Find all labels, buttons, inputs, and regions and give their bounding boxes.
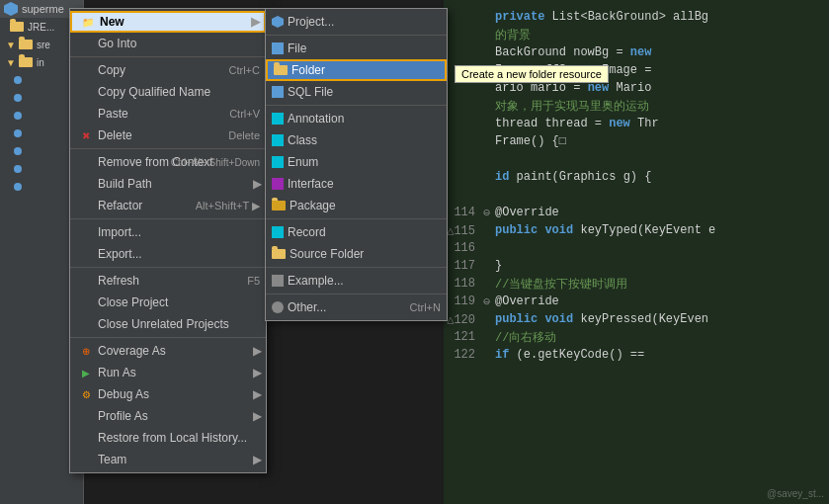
menu-item-close-unrelated[interactable]: Close Unrelated Projects — [70, 313, 266, 335]
menu-label-team: Team — [98, 453, 126, 466]
dot-icon-5 — [14, 147, 22, 155]
submenu-item-project[interactable]: Project... — [266, 11, 447, 33]
menu-item-build-path[interactable]: Build Path ▶ — [70, 173, 266, 195]
menu-item-go-into[interactable]: Go Into — [70, 33, 266, 54]
submenu-item-class[interactable]: Class — [266, 129, 447, 151]
menu-item-team[interactable]: Team ▶ — [70, 449, 266, 470]
submenu-label-interface: Interface — [288, 177, 334, 191]
submenu-item-folder[interactable]: Folder — [266, 59, 447, 81]
context-menu[interactable]: 📁 New ▶ Go Into Copy Ctrl+C Copy Qualifi… — [69, 8, 267, 473]
separator-4 — [70, 267, 266, 268]
package-sub-icon — [272, 201, 286, 210]
submenu-label-other: Other... — [288, 300, 326, 314]
menu-item-close-project[interactable]: Close Project — [70, 292, 266, 313]
separator-5 — [70, 337, 266, 338]
remove-context-shortcut: Ctrl+Alt+Shift+Down — [171, 157, 260, 168]
submenu-label-source-folder: Source Folder — [290, 247, 364, 261]
submenu-item-enum[interactable]: Enum — [266, 151, 447, 173]
folder-icon-in — [19, 57, 33, 67]
submenu-sep-4 — [266, 267, 447, 268]
submenu-label-sql: SQL File — [288, 85, 333, 99]
paste-shortcut: Ctrl+V — [229, 108, 260, 120]
menu-item-import[interactable]: Import... — [70, 221, 266, 243]
import-icon — [78, 224, 94, 240]
delete-icon: ✖ — [78, 127, 94, 143]
restore-icon — [78, 430, 94, 446]
dot-icon-2 — [14, 94, 22, 102]
copy-shortcut: Ctrl+C — [229, 64, 260, 76]
submenu-label-annotation: Annotation — [288, 112, 344, 126]
sidebar-label-jre: JRE... — [28, 22, 54, 33]
menu-item-run-as[interactable]: ▶ Run As ▶ — [70, 362, 266, 383]
menu-item-export[interactable]: Export... — [70, 243, 266, 265]
debug-as-icon: ⚙ — [78, 386, 94, 402]
submenu-item-annotation[interactable]: Annotation — [266, 108, 447, 129]
submenu-item-other[interactable]: Other... Ctrl+N — [266, 296, 447, 318]
submenu-item-source-folder[interactable]: Source Folder — [266, 243, 447, 265]
separator-1 — [70, 56, 266, 57]
menu-item-delete[interactable]: ✖ Delete Delete — [70, 125, 266, 146]
close-project-icon — [78, 294, 94, 310]
submenu-item-interface[interactable]: Interface — [266, 173, 447, 195]
submenu-label-project: Project... — [288, 15, 334, 29]
expand-arrow2: ▼ — [6, 57, 16, 68]
menu-label-refactor: Refactor — [98, 199, 142, 212]
dot-icon-4 — [14, 129, 22, 137]
menu-item-copy-qualified[interactable]: Copy Qualified Name — [70, 81, 266, 103]
sql-sub-icon — [272, 86, 284, 98]
menu-item-refactor[interactable]: Refactor Alt+Shift+T ▶ — [70, 195, 266, 216]
submenu-label-folder: Folder — [291, 63, 325, 77]
dot-icon-1 — [14, 76, 22, 84]
submenu-label-file: File — [288, 42, 306, 55]
menu-item-restore[interactable]: Restore from Local History... — [70, 427, 266, 449]
menu-item-remove-context[interactable]: Remove from Context Ctrl+Alt+Shift+Down — [70, 151, 266, 173]
separator-3 — [70, 218, 266, 219]
submenu-label-enum: Enum — [288, 155, 318, 169]
submenu-new[interactable]: Project... File Folder SQL File Annotati… — [265, 8, 448, 321]
coverage-arrow: ▶ — [253, 344, 262, 358]
menu-item-profile-as[interactable]: Profile As ▶ — [70, 405, 266, 427]
menu-item-new[interactable]: 📁 New ▶ — [70, 11, 266, 33]
file-sub-icon — [272, 42, 284, 54]
menu-item-copy[interactable]: Copy Ctrl+C — [70, 59, 266, 81]
menu-label-run-as: Run As — [98, 366, 136, 379]
watermark: @savey_st... — [767, 488, 824, 499]
menu-item-debug-as[interactable]: ⚙ Debug As ▶ — [70, 383, 266, 405]
sidebar-label-in: in — [37, 57, 44, 68]
menu-label-export: Export... — [98, 247, 142, 261]
dot-icon-7 — [14, 183, 22, 191]
folder-icon — [10, 22, 24, 32]
submenu-item-file[interactable]: File — [266, 38, 447, 59]
copy-qualified-icon — [78, 84, 94, 100]
interface-sub-icon — [272, 178, 284, 190]
menu-label-close-project: Close Project — [98, 295, 168, 309]
menu-label-paste: Paste — [98, 107, 128, 121]
folder-sub-icon — [274, 65, 288, 75]
profile-as-icon — [78, 408, 94, 424]
example-sub-icon — [272, 275, 284, 287]
copy-icon — [78, 62, 94, 78]
submenu-sep-5 — [266, 294, 447, 294]
menu-label-build-path: Build Path — [98, 177, 152, 191]
submenu-label-class: Class — [288, 133, 317, 147]
submenu-item-package[interactable]: Package — [266, 195, 447, 216]
project-icon — [4, 2, 18, 16]
submenu-item-sql[interactable]: SQL File — [266, 81, 447, 103]
team-arrow: ▶ — [253, 453, 262, 466]
submenu-item-example[interactable]: Example... — [266, 270, 447, 292]
refactor-shortcut: Alt+Shift+T ▶ — [196, 200, 260, 212]
submenu-label-example: Example... — [288, 274, 344, 288]
menu-item-paste[interactable]: Paste Ctrl+V — [70, 103, 266, 125]
menu-item-refresh[interactable]: Refresh F5 — [70, 270, 266, 292]
team-icon — [78, 452, 94, 467]
class-sub-icon — [272, 134, 284, 146]
menu-label-coverage: Coverage As — [98, 344, 166, 358]
submenu-item-record[interactable]: Record — [266, 221, 447, 243]
debug-as-arrow: ▶ — [253, 387, 262, 401]
other-sub-icon — [272, 301, 284, 313]
source-folder-sub-icon — [272, 249, 286, 259]
menu-item-coverage[interactable]: ⊕ Coverage As ▶ — [70, 340, 266, 362]
folder-icon-src — [19, 40, 33, 49]
dot-icon-6 — [14, 165, 22, 173]
refactor-icon — [78, 198, 94, 213]
